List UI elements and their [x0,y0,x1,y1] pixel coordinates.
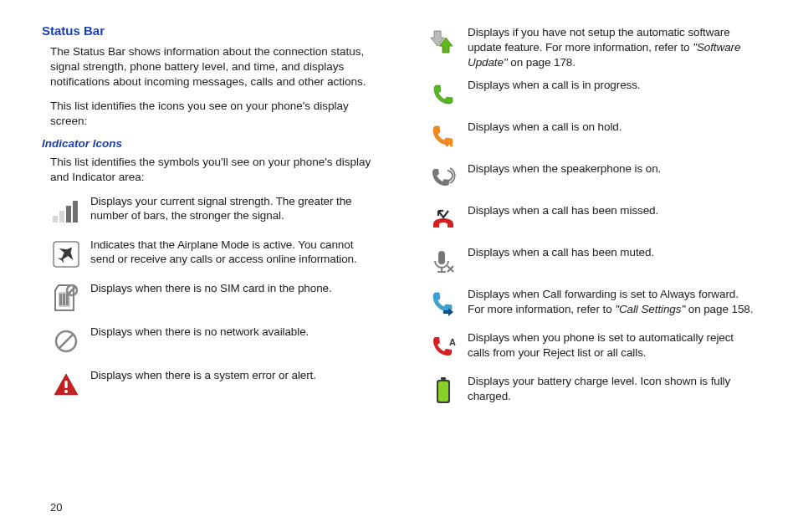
page-number: 20 [50,501,62,514]
section-title: Status Bar [42,23,379,38]
svg-text:A: A [449,337,456,347]
desc-post: on page 158. [685,303,753,315]
svg-rect-6 [59,294,62,305]
indicator-row: Displays when there is no SIM card in th… [42,279,379,316]
speakerphone-icon [419,160,468,197]
desc-pre: Displays if you have not setup the autom… [468,26,730,54]
software-update-icon [419,23,468,60]
no-sim-icon [42,279,90,316]
indicator-description: Displays when a call is on hold. [468,118,756,135]
alert-icon [42,366,90,403]
svg-rect-7 [63,294,65,305]
indicator-description: Displays when the speakerphone is on. [468,160,756,176]
svg-line-12 [59,335,73,348]
svg-rect-13 [64,381,67,388]
svg-rect-21 [441,377,446,380]
indicator-row: Displays when the speakerphone is on. [419,160,756,197]
indicator-description: Displays when a call is in progress. [468,76,756,93]
subsection-title: Indicator Icons [42,137,379,150]
intro-paragraph-1: The Status Bar shows information about t… [50,44,379,90]
call-forwarding-icon [419,285,468,322]
intro-paragraph-2: This list identifies the icons you see o… [50,99,379,129]
indicator-description: Displays your current signal strength. T… [90,192,379,224]
svg-rect-17 [438,251,445,264]
indicator-row: Displays when a call is in progress. [419,76,756,113]
left-column: Status Bar The Status Bar shows informat… [42,23,379,416]
airplane-mode-icon [42,236,90,273]
indicator-row: A Displays when you phone is set to auto… [419,329,756,366]
battery-icon [419,372,468,409]
indicator-description: Displays when Call forwarding is set to … [468,285,756,317]
svg-rect-15 [446,139,448,146]
indicator-description: Displays when there is no network availa… [90,323,379,340]
indicator-description: Displays when there is a system error or… [90,366,379,383]
indicator-row: Displays when a call has been missed. [419,202,756,238]
indicator-row: Indicates that the Airplane Mode is acti… [42,236,379,273]
svg-rect-0 [53,216,58,223]
right-column: Displays if you have not setup the autom… [419,23,756,416]
svg-rect-16 [450,139,453,146]
indicator-description: Displays when a call has been missed. [468,202,756,218]
indicator-description: Displays your battery charge level. Icon… [468,372,756,404]
indicator-row: Displays your battery charge level. Icon… [419,372,756,409]
call-on-hold-icon [419,118,468,155]
indicator-description: Displays if you have not setup the autom… [468,23,756,69]
signal-strength-icon [42,192,90,229]
svg-point-14 [64,390,68,393]
indicator-row: Displays when a call is on hold. [419,118,756,155]
desc-post: on page 178. [508,56,575,69]
no-network-icon [42,323,90,360]
indicator-row: Displays if you have not setup the autom… [419,23,756,69]
indicator-description: Indicates that the Airplane Mode is acti… [90,236,379,268]
indicator-row: Displays when there is no network availa… [42,323,379,360]
svg-rect-1 [59,211,64,223]
missed-call-icon [419,202,468,238]
indicator-description: Displays when there is no SIM card in th… [90,279,379,296]
svg-rect-23 [438,381,448,402]
auto-reject-icon: A [419,329,468,366]
svg-rect-3 [73,201,78,223]
reference-link: "Call Settings" [615,303,685,315]
indicator-row: Displays when a call has been muted. [419,243,756,280]
indicator-description: Displays when a call has been muted. [468,243,756,260]
svg-rect-8 [66,294,69,305]
indicator-row: Displays when Call forwarding is set to … [419,285,756,322]
call-muted-icon [419,243,468,280]
indicator-row: Displays your current signal strength. T… [42,192,379,229]
svg-rect-2 [66,206,71,223]
call-in-progress-icon [419,76,468,113]
subsection-intro: This list identifies the symbols you'll … [50,155,379,185]
indicator-row: Displays when there is a system error or… [42,366,379,403]
indicator-description: Displays when you phone is set to automa… [468,329,756,361]
